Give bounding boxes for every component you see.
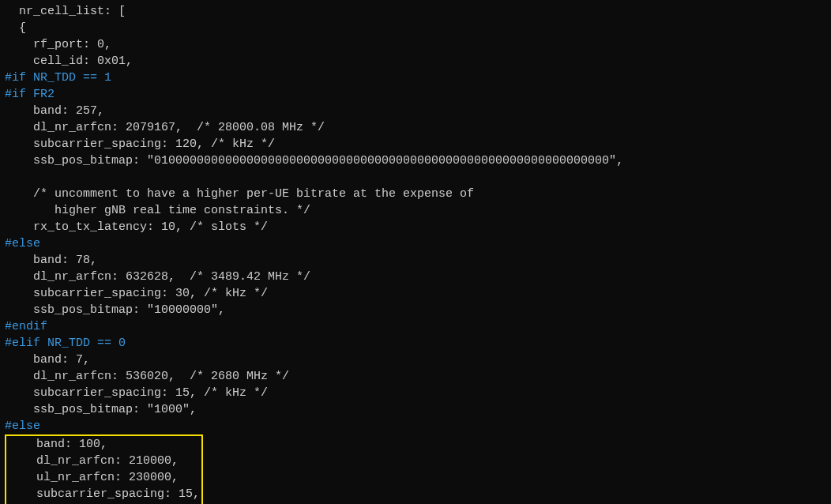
code-line: ssb_pos_bitmap: "01000000000000000000000… — [5, 154, 623, 167]
code-line: ssb_pos_bitmap: "1000", — [5, 403, 197, 416]
highlight-box: band: 100, dl_nr_arfcn: 210000, ul_nr_ar… — [5, 434, 203, 504]
code-line: dl_nr_arfcn: 632628, /* 3489.42 MHz */ — [5, 270, 310, 284]
code-line: /* uncomment to have a higher per-UE bit… — [5, 187, 474, 201]
code-line: ssb_pos_bitmap: "10000000", — [5, 303, 225, 317]
code-block: nr_cell_list: [ { rf_port: 0, cell_id: 0… — [0, 0, 831, 504]
code-line: subcarrier_spacing: 15, — [8, 487, 200, 501]
code-line: subcarrier_spacing: 30, /* kHz */ — [5, 287, 268, 300]
code-line: dl_nr_arfcn: 210000, — [8, 454, 186, 468]
preproc-cond: NR_TDD == 1 — [26, 71, 111, 85]
preproc-cond: FR2 — [26, 88, 55, 101]
code-line: band: 257, — [5, 104, 104, 118]
code-line: rf_port: 0, — [5, 38, 111, 51]
code-line: dl_nr_arfcn: 2079167, /* 28000.08 MHz */ — [5, 121, 325, 134]
preproc-elif: #elif — [5, 337, 40, 350]
code-line: band: 78, — [5, 254, 97, 267]
code-line: band: 7, — [5, 353, 90, 367]
code-line: { — [5, 21, 26, 35]
preproc-if: #if — [5, 88, 26, 101]
preproc-if: #if — [5, 71, 26, 85]
code-line: rx_to_tx_latency: 10, /* slots */ — [5, 220, 268, 234]
code-line: nr_cell_list: [ — [5, 5, 126, 18]
code-line: dl_nr_arfcn: 536020, /* 2680 MHz */ — [5, 370, 289, 383]
preproc-else: #else — [5, 237, 40, 250]
preproc-else: #else — [5, 419, 40, 433]
preproc-endif: #endif — [5, 320, 47, 333]
preproc-cond: NR_TDD == 0 — [40, 337, 126, 350]
code-line: ul_nr_arfcn: 230000, — [8, 471, 186, 484]
code-line: cell_id: 0x01, — [5, 55, 133, 68]
code-line: higher gNB real time constraints. */ — [5, 204, 310, 217]
code-line: band: 100, — [8, 438, 186, 451]
code-line: subcarrier_spacing: 120, /* kHz */ — [5, 137, 275, 151]
code-line: subcarrier_spacing: 15, /* kHz */ — [5, 386, 268, 400]
